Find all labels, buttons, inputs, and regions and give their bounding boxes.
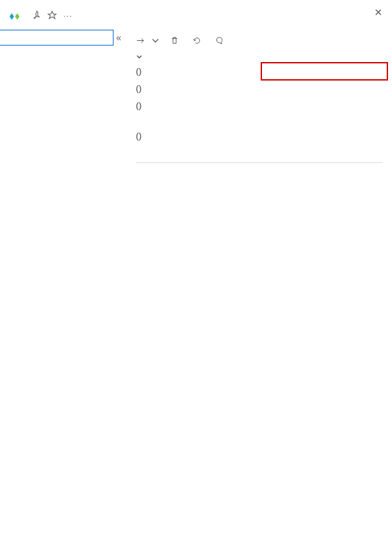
favorite-icon[interactable] bbox=[48, 11, 57, 22]
trash-icon bbox=[170, 36, 179, 45]
pin-icon[interactable] bbox=[32, 11, 41, 22]
chevron-down-icon[interactable] bbox=[136, 53, 143, 60]
search-input[interactable] bbox=[0, 30, 114, 46]
feedback-button[interactable] bbox=[215, 36, 227, 45]
refresh-icon bbox=[193, 36, 201, 45]
highlighted-box bbox=[261, 62, 388, 81]
essentials-grid: () () () bbox=[136, 65, 383, 122]
close-button[interactable]: ✕ bbox=[374, 7, 383, 18]
vnet-icon bbox=[8, 10, 21, 23]
more-icon[interactable]: ··· bbox=[63, 11, 73, 22]
refresh-button[interactable] bbox=[193, 36, 205, 45]
delete-button[interactable] bbox=[170, 36, 182, 45]
move-button[interactable] bbox=[136, 36, 160, 45]
command-bar bbox=[136, 27, 383, 53]
move-icon bbox=[136, 36, 145, 45]
main-content: () () () bbox=[124, 27, 392, 180]
blade-header: ··· ✕ bbox=[0, 0, 392, 27]
tabs bbox=[136, 152, 383, 163]
chevron-down-icon bbox=[151, 36, 160, 45]
feedback-icon bbox=[215, 36, 224, 45]
sidebar: « bbox=[0, 27, 124, 55]
collapse-menu-icon[interactable]: « bbox=[114, 32, 124, 43]
